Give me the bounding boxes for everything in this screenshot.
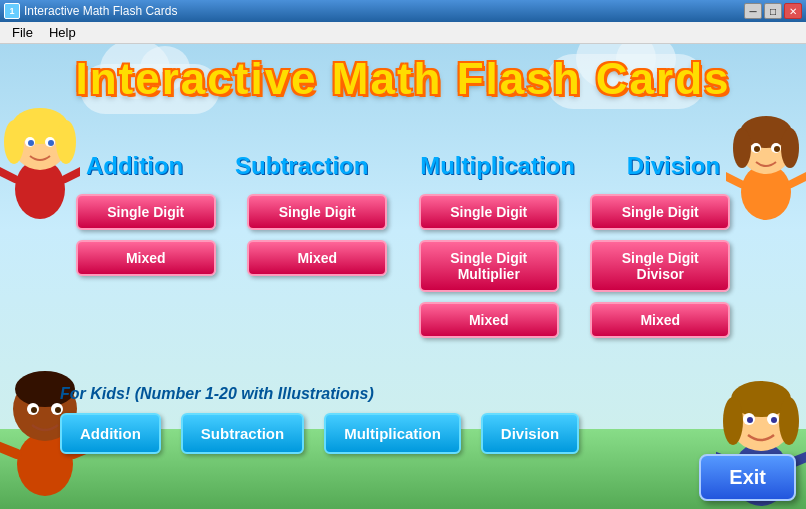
division-mixed-button[interactable]: Mixed <box>590 302 730 338</box>
svg-point-3 <box>4 120 24 164</box>
multiplication-single-digit-multiplier-button[interactable]: Single Digit Multiplier <box>419 240 559 292</box>
titlebar: 1 Interactive Math Flash Cards ─ □ ✕ <box>0 0 806 22</box>
window-controls[interactable]: ─ □ ✕ <box>744 3 802 19</box>
multiplication-column: Single Digit Single Digit Multiplier Mix… <box>414 194 564 338</box>
subtraction-single-digit-button[interactable]: Single Digit <box>247 194 387 230</box>
svg-point-38 <box>747 417 753 423</box>
menu-file[interactable]: File <box>4 23 41 42</box>
subtraction-column: Single Digit Mixed <box>242 194 392 338</box>
svg-point-35 <box>779 397 799 445</box>
close-button[interactable]: ✕ <box>784 3 802 19</box>
svg-point-39 <box>771 417 777 423</box>
svg-point-15 <box>781 128 799 168</box>
addition-column: Single Digit Mixed <box>71 194 221 338</box>
category-division: Division <box>627 152 720 180</box>
svg-point-8 <box>48 140 54 146</box>
svg-line-9 <box>0 169 15 179</box>
menu-help[interactable]: Help <box>41 23 84 42</box>
category-headers: Addition Subtraction Multiplication Divi… <box>60 152 746 180</box>
addition-mixed-button[interactable]: Mixed <box>76 240 216 276</box>
svg-line-29 <box>0 444 17 454</box>
main-content: Interactive Math Flash Cards Addition Su… <box>0 44 806 509</box>
titlebar-left: 1 Interactive Math Flash Cards <box>4 3 177 19</box>
menubar: File Help <box>0 22 806 44</box>
app-icon: 1 <box>4 3 20 19</box>
svg-point-18 <box>754 146 760 152</box>
category-addition: Addition <box>86 152 183 180</box>
svg-point-7 <box>28 140 34 146</box>
maximize-button[interactable]: □ <box>764 3 782 19</box>
bottom-section: For Kids! (Number 1-20 with Illustration… <box>60 385 746 454</box>
multiplication-single-digit-button[interactable]: Single Digit <box>419 194 559 230</box>
button-grid: Single Digit Mixed Single Digit Mixed Si… <box>60 194 746 338</box>
category-multiplication: Multiplication <box>420 152 575 180</box>
kids-division-button[interactable]: Division <box>481 413 579 454</box>
multiplication-mixed-button[interactable]: Mixed <box>419 302 559 338</box>
addition-single-digit-button[interactable]: Single Digit <box>76 194 216 230</box>
kids-multiplication-button[interactable]: Multiplication <box>324 413 461 454</box>
subtraction-mixed-button[interactable]: Mixed <box>247 240 387 276</box>
division-column: Single Digit Single Digit Divisor Mixed <box>585 194 735 338</box>
svg-point-27 <box>31 407 37 413</box>
app-title: Interactive Math Flash Cards <box>75 54 730 104</box>
window-title: Interactive Math Flash Cards <box>24 4 177 18</box>
kids-subtraction-button[interactable]: Subtraction <box>181 413 304 454</box>
for-kids-label: For Kids! (Number 1-20 with Illustration… <box>60 385 746 403</box>
kids-addition-button[interactable]: Addition <box>60 413 161 454</box>
svg-line-21 <box>791 174 806 184</box>
svg-point-19 <box>774 146 780 152</box>
minimize-button[interactable]: ─ <box>744 3 762 19</box>
bottom-buttons: Addition Subtraction Multiplication Divi… <box>60 413 746 454</box>
division-single-digit-button[interactable]: Single Digit <box>590 194 730 230</box>
exit-button[interactable]: Exit <box>699 454 796 501</box>
category-subtraction: Subtraction <box>235 152 368 180</box>
division-single-digit-divisor-button[interactable]: Single Digit Divisor <box>590 240 730 292</box>
